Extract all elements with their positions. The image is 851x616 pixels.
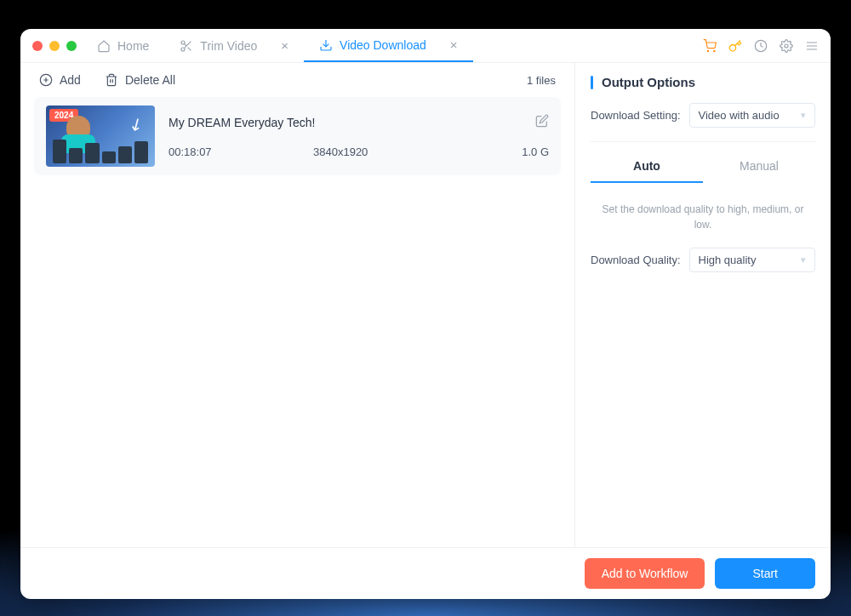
svg-point-1 bbox=[181, 48, 185, 51]
add-button[interactable]: Add bbox=[39, 73, 81, 87]
cart-icon[interactable] bbox=[703, 39, 717, 53]
delete-all-label: Delete All bbox=[125, 73, 175, 87]
add-to-workflow-button[interactable]: Add to Workflow bbox=[585, 558, 705, 589]
traffic-lights bbox=[32, 41, 77, 51]
footer: Add to Workflow Start bbox=[20, 547, 831, 599]
download-setting-field: Download Setting: Video with audio ▾ bbox=[591, 103, 815, 128]
add-label: Add bbox=[60, 73, 81, 87]
tab-trim-label: Trim Video bbox=[200, 39, 257, 53]
svg-point-9 bbox=[785, 44, 788, 48]
svg-point-0 bbox=[181, 41, 185, 44]
key-icon[interactable] bbox=[728, 39, 742, 53]
chevron-down-icon: ▾ bbox=[801, 110, 806, 121]
download-quality-select[interactable]: High quality ▾ bbox=[689, 248, 816, 272]
svg-line-4 bbox=[185, 43, 187, 46]
download-quality-field: Download Quality: High quality ▾ bbox=[591, 248, 815, 272]
file-info: My DREAM Everyday Tech! 00:18:07 3840x19… bbox=[168, 114, 549, 158]
history-icon[interactable] bbox=[754, 39, 768, 53]
download-icon bbox=[319, 38, 333, 52]
start-button[interactable]: Start bbox=[715, 558, 815, 589]
main-panel: Add Delete All 1 files 2024 ↙ bbox=[20, 63, 575, 547]
close-tab-download[interactable]: × bbox=[450, 37, 458, 52]
titlebar-actions bbox=[703, 39, 819, 53]
tab-auto[interactable]: Auto bbox=[591, 151, 703, 183]
menu-icon[interactable] bbox=[805, 39, 819, 53]
tab-trim-video[interactable]: Trim Video × bbox=[164, 29, 304, 62]
home-icon bbox=[97, 39, 111, 53]
delete-all-button[interactable]: Delete All bbox=[105, 73, 175, 87]
download-quality-label: Download Quality: bbox=[591, 254, 681, 266]
close-tab-trim[interactable]: × bbox=[281, 38, 288, 53]
titlebar: Home Trim Video × Video Download × bbox=[20, 29, 831, 63]
tab-home-label: Home bbox=[117, 39, 149, 53]
file-item[interactable]: 2024 ↙ My DREAM Everyday Tech! bbox=[34, 97, 561, 175]
trash-icon bbox=[105, 73, 118, 87]
tab-video-download[interactable]: Video Download × bbox=[304, 29, 472, 62]
download-setting-label: Download Setting: bbox=[591, 109, 681, 122]
plus-circle-icon bbox=[39, 73, 53, 87]
file-toolbar: Add Delete All 1 files bbox=[20, 63, 574, 97]
thumb-arrow: ↙ bbox=[124, 111, 147, 136]
scissors-icon bbox=[180, 39, 193, 53]
file-list: 2024 ↙ My DREAM Everyday Tech! bbox=[20, 97, 574, 547]
svg-point-7 bbox=[714, 50, 715, 51]
app-window: Home Trim Video × Video Download × bbox=[20, 29, 831, 599]
download-setting-value: Video with audio bbox=[699, 109, 780, 122]
quality-tabs: Auto Manual bbox=[591, 151, 815, 183]
tab-manual[interactable]: Manual bbox=[703, 151, 815, 183]
tabs: Home Trim Video × Video Download × bbox=[92, 29, 703, 62]
file-count: 1 files bbox=[527, 74, 556, 87]
quality-hint: Set the download quality to high, medium… bbox=[591, 183, 815, 248]
svg-line-3 bbox=[188, 47, 191, 50]
maximize-window-button[interactable] bbox=[66, 41, 77, 51]
svg-point-6 bbox=[707, 50, 708, 51]
close-window-button[interactable] bbox=[32, 41, 43, 51]
divider bbox=[591, 141, 815, 142]
pencil-icon bbox=[535, 114, 549, 128]
file-duration: 00:18:07 bbox=[168, 145, 313, 158]
edit-file-button[interactable] bbox=[535, 114, 549, 130]
file-title: My DREAM Everyday Tech! bbox=[168, 116, 315, 129]
chevron-down-icon: ▾ bbox=[801, 254, 806, 265]
output-options-sidebar: Output Options Download Setting: Video w… bbox=[575, 63, 831, 547]
settings-icon[interactable] bbox=[780, 39, 793, 53]
download-quality-value: High quality bbox=[699, 254, 757, 266]
video-thumbnail: 2024 ↙ bbox=[46, 106, 155, 167]
file-size: 1.0 G bbox=[522, 145, 549, 158]
download-setting-select[interactable]: Video with audio ▾ bbox=[689, 103, 815, 128]
file-resolution: 3840x1920 bbox=[313, 145, 522, 158]
tab-download-label: Video Download bbox=[340, 38, 426, 52]
content: Add Delete All 1 files 2024 ↙ bbox=[20, 63, 831, 547]
tab-home[interactable]: Home bbox=[92, 29, 164, 62]
sidebar-title: Output Options bbox=[591, 75, 815, 89]
minimize-window-button[interactable] bbox=[49, 41, 60, 51]
